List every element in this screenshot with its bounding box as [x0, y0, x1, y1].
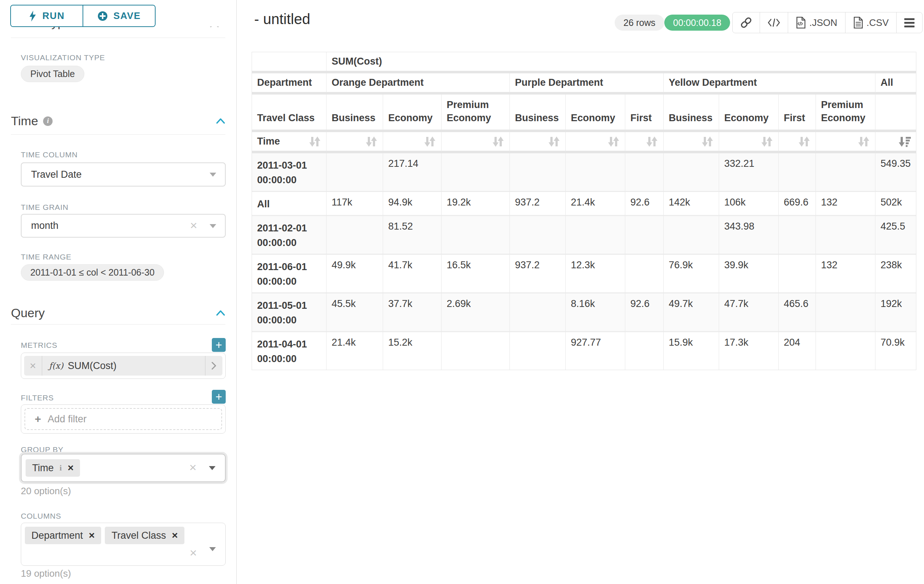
divider	[11, 38, 225, 38]
pivot-row-label: 2011-02-01 00:00:00	[252, 216, 327, 255]
remove-metric-icon[interactable]: ×	[24, 356, 42, 375]
metrics-label: METRICS	[21, 341, 57, 350]
table-row: 2011-03-01 00:00:00217.14332.21549.35	[252, 153, 916, 192]
time-column-select[interactable]: Travel Date	[21, 163, 226, 186]
time-grain-label: TIME GRAIN	[21, 203, 69, 212]
clear-icon[interactable]: ×	[189, 460, 196, 474]
export-toolbar: .JSON .CSV	[732, 12, 922, 33]
pivot-column-sort-header[interactable]	[875, 132, 916, 153]
export-json-button[interactable]: .JSON	[788, 12, 845, 33]
view-query-button[interactable]	[760, 12, 788, 33]
export-csv-button[interactable]: .CSV	[845, 12, 897, 33]
dimension-tag[interactable]: Department×	[25, 527, 101, 544]
sort-icon[interactable]	[761, 136, 773, 147]
divider	[11, 134, 225, 135]
query-section-title: Query	[11, 306, 45, 320]
pivot-cell: 76.9k	[663, 255, 719, 293]
visualization-type-value[interactable]: Pivot Table	[21, 66, 84, 82]
pivot-cell: 39.9k	[719, 255, 779, 293]
time-section-collapse-icon[interactable]	[216, 118, 225, 125]
pivot-cell	[625, 255, 663, 293]
pivot-row-label: 2011-04-01 00:00:00	[252, 332, 327, 370]
columns-options-hint: 19 option(s)	[21, 568, 71, 579]
sort-icon[interactable]	[646, 136, 658, 147]
pivot-cell: 49.9k	[327, 255, 383, 293]
pivot-cell: 8.16k	[566, 293, 625, 332]
pivot-column-sort-header[interactable]	[779, 132, 816, 153]
dimension-tag[interactable]: Timei×	[26, 459, 80, 477]
pivot-cell: 192k	[875, 293, 916, 332]
time-range-value[interactable]: 2011-01-01 ≤ col < 2011-06-30	[21, 264, 164, 281]
dimension-tag[interactable]: Travel Class×	[105, 527, 184, 544]
pivot-cell: 49.7k	[663, 293, 719, 332]
pivot-cell: 937.2	[510, 192, 566, 216]
metric-item[interactable]: × ƒ(x) SUM(Cost)	[24, 356, 223, 375]
sort-icon[interactable]	[548, 136, 560, 147]
pivot-cell	[442, 153, 510, 192]
run-button[interactable]: RUN	[11, 5, 82, 26]
pivot-cell: 47.7k	[719, 293, 779, 332]
pivot-column-sort-header[interactable]	[566, 132, 625, 153]
superset-explore-view: { "panel": { "run_button": "RUN", "save_…	[0, 0, 924, 584]
pivot-cell	[327, 153, 383, 192]
metrics-control: × ƒ(x) SUM(Cost)	[21, 353, 226, 379]
add-filter-dropzone[interactable]: + Add filter	[25, 408, 222, 430]
sort-icon[interactable]	[309, 136, 321, 147]
pivot-cell	[779, 216, 816, 255]
pivot-cell: 425.5	[875, 216, 916, 255]
visualization-type-label: VISUALIZATION TYPE	[21, 53, 105, 62]
pivot-corner-cell	[252, 52, 327, 73]
pivot-cell	[510, 153, 566, 192]
columns-select[interactable]: Department×Travel Class× ×	[21, 523, 226, 566]
query-section-collapse-icon[interactable]	[216, 309, 225, 317]
chevron-down-icon	[210, 224, 216, 228]
pivot-column-sort-header[interactable]	[442, 132, 510, 153]
remove-tag-icon[interactable]: ×	[89, 530, 95, 541]
expand-metric-icon[interactable]	[205, 356, 223, 375]
add-filter-placeholder: Add filter	[48, 413, 87, 425]
sort-desc-active-icon[interactable]	[898, 136, 911, 147]
pivot-cell: 927.77	[566, 332, 625, 370]
pivot-row-label: All	[252, 192, 327, 216]
pivot-cell: 45.5k	[327, 293, 383, 332]
pivot-cell: 669.6	[779, 192, 816, 216]
pivot-group-header: All	[875, 73, 916, 95]
sort-icon[interactable]	[492, 136, 504, 147]
time-grain-select[interactable]: month ×	[21, 214, 226, 238]
save-button[interactable]: SAVE	[82, 5, 155, 26]
pivot-column-sort-header[interactable]	[719, 132, 779, 153]
pivot-column-sort-header[interactable]	[816, 132, 875, 153]
chart-title[interactable]: - untitled	[254, 11, 310, 27]
pivot-column-sort-header[interactable]	[510, 132, 566, 153]
add-filter-button[interactable]: +	[212, 390, 226, 404]
pivot-class-header: Economy	[383, 95, 442, 132]
sort-icon[interactable]	[365, 136, 378, 147]
group-by-select[interactable]: Timei× ×	[21, 454, 226, 482]
sort-icon[interactable]	[424, 136, 436, 147]
copy-link-button[interactable]	[733, 12, 760, 33]
sort-icon[interactable]	[858, 136, 870, 147]
pivot-column-sort-header[interactable]	[663, 132, 719, 153]
remove-tag-icon[interactable]: ×	[68, 463, 73, 473]
pivot-cell	[779, 255, 816, 293]
remove-tag-icon[interactable]: ×	[172, 530, 178, 541]
pivot-column-sort-header[interactable]	[383, 132, 442, 153]
pivot-column-sort-header[interactable]	[625, 132, 663, 153]
sort-icon[interactable]	[607, 136, 620, 147]
pivot-cell: 549.35	[875, 153, 916, 192]
pivot-column-sort-header[interactable]	[327, 132, 383, 153]
pivot-cell: 204	[779, 332, 816, 370]
query-duration-badge: 00:00:00.18	[664, 15, 730, 31]
chart-menu-button[interactable]	[896, 12, 922, 33]
metric-header: SUM(Cost)	[327, 52, 916, 73]
sort-icon[interactable]	[701, 136, 714, 147]
clear-icon[interactable]: ×	[190, 218, 197, 232]
add-metric-button[interactable]: +	[212, 338, 226, 352]
hamburger-icon	[904, 18, 914, 27]
table-row: 2011-05-01 00:00:0045.5k37.7k2.69k8.16k9…	[252, 293, 916, 332]
bolt-icon	[29, 11, 36, 21]
row-dimension-sort-header[interactable]: Time	[252, 132, 327, 153]
time-column-label: TIME COLUMN	[21, 150, 78, 159]
sort-icon[interactable]	[798, 136, 810, 147]
clear-icon[interactable]: ×	[190, 546, 197, 560]
